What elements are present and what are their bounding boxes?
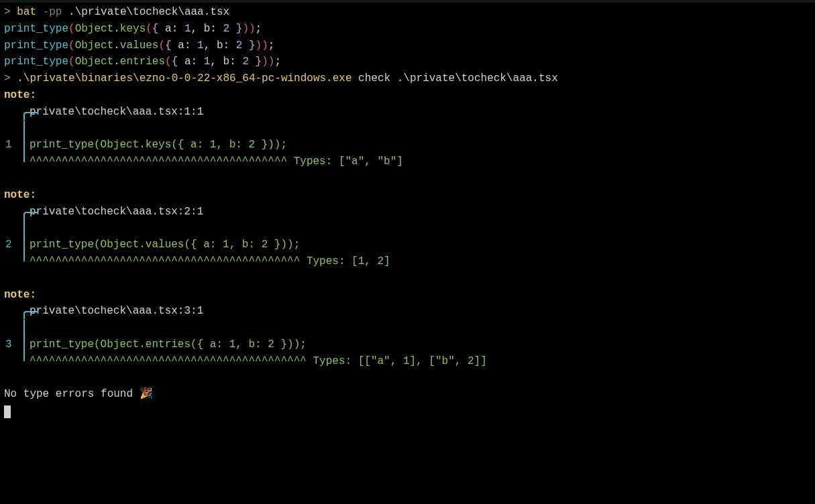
note-label-1: note: bbox=[4, 87, 811, 104]
line-number: 2 bbox=[5, 237, 12, 253]
types-value: [["a", 1], ["b", 2]] bbox=[358, 355, 487, 367]
footer-text: No type errors found bbox=[4, 388, 140, 400]
quoted-code: print_type(Object.values({ a: 1, b: 2 })… bbox=[30, 239, 300, 251]
object-ref: Object bbox=[75, 23, 114, 35]
fn-call: print_type bbox=[4, 56, 68, 68]
command-line-2[interactable]: > .\private\binaries\ezno-0-0-22-x86_64-… bbox=[4, 70, 811, 87]
paren-open: ( bbox=[68, 23, 75, 35]
val-1: 1 bbox=[184, 23, 191, 35]
command-line-1[interactable]: > bat -pp .\private\tocheck\aaa.tsx bbox=[4, 4, 811, 21]
method-entries: entries bbox=[120, 56, 165, 68]
line-number: 1 bbox=[5, 137, 12, 153]
types-label: Types: bbox=[313, 355, 351, 367]
source-line-1: print_type(Object.keys({ a: 1, b: 2 })); bbox=[4, 21, 811, 38]
dot: . bbox=[113, 23, 120, 35]
note-block-1: private\tocheck\aaa.tsx:1:1 1 print_type… bbox=[4, 104, 811, 170]
brace-open: { bbox=[152, 23, 159, 35]
paren-close: ) bbox=[242, 23, 249, 35]
method-values: values bbox=[120, 40, 159, 52]
cmd-bat: bat bbox=[17, 6, 36, 18]
path-arg-1: .\private\tocheck\aaa.tsx bbox=[68, 6, 229, 18]
types-value: [1, 2] bbox=[351, 255, 390, 267]
cursor-icon bbox=[4, 405, 11, 418]
fn-call: print_type bbox=[4, 40, 68, 52]
note-block-3: private\tocheck\aaa.tsx:3:1 3 print_type… bbox=[4, 303, 811, 369]
caret-underline: ^^^^^^^^^^^^^^^^^^^^^^^^^^^^^^^^^^^^^^^^… bbox=[30, 255, 300, 267]
semi: ; bbox=[256, 23, 262, 35]
note-block-2: private\tocheck\aaa.tsx:2:1 2 print_type… bbox=[4, 204, 811, 270]
prompt-icon: > bbox=[4, 72, 11, 84]
caret-underline: ^^^^^^^^^^^^^^^^^^^^^^^^^^^^^^^^^^^^^^^^ bbox=[30, 155, 287, 168]
blank-line bbox=[4, 270, 811, 287]
types-value: ["a", "b"] bbox=[339, 155, 403, 168]
val-2: 2 bbox=[223, 23, 230, 35]
note-label-2: note: bbox=[4, 187, 811, 204]
object-ref: Object bbox=[75, 40, 114, 52]
prompt-cursor-line[interactable] bbox=[4, 403, 811, 420]
source-location: private\tocheck\aaa.tsx:1:1 bbox=[30, 106, 203, 118]
paren-close: ) bbox=[249, 23, 256, 35]
note-label-3: note: bbox=[4, 287, 811, 304]
key-b: b bbox=[204, 23, 211, 35]
footer-line: No type errors found 🎉 bbox=[4, 386, 811, 403]
prompt-icon: > bbox=[4, 6, 11, 18]
object-ref: Object bbox=[75, 56, 114, 68]
method-keys: keys bbox=[120, 23, 146, 35]
line-number: 3 bbox=[5, 336, 12, 353]
source-line-2: print_type(Object.values({ a: 1, b: 2 })… bbox=[4, 38, 811, 54]
brace-close: } bbox=[236, 23, 243, 35]
types-label: Types: bbox=[307, 255, 345, 267]
flag-pp: -pp bbox=[43, 6, 62, 18]
blank-line bbox=[4, 370, 811, 387]
blank-line bbox=[4, 170, 811, 187]
path-arg-2: .\private\tocheck\aaa.tsx bbox=[397, 72, 558, 84]
subcommand-check: check bbox=[358, 72, 390, 84]
paren-open: ( bbox=[146, 23, 152, 35]
source-line-3: print_type(Object.entries({ a: 1, b: 2 }… bbox=[4, 54, 811, 70]
source-location: private\tocheck\aaa.tsx:2:1 bbox=[30, 206, 203, 218]
source-location: private\tocheck\aaa.tsx:3:1 bbox=[30, 305, 203, 317]
quoted-code: print_type(Object.entries({ a: 1, b: 2 }… bbox=[30, 338, 307, 351]
cmd-ezno: .\private\binaries\ezno-0-0-22-x86_64-pc… bbox=[17, 72, 351, 84]
party-popper-icon: 🎉 bbox=[140, 388, 153, 400]
caret-underline: ^^^^^^^^^^^^^^^^^^^^^^^^^^^^^^^^^^^^^^^^… bbox=[30, 355, 307, 367]
key-a: a bbox=[165, 23, 172, 35]
fn-call: print_type bbox=[4, 23, 68, 35]
types-label: Types: bbox=[294, 155, 333, 168]
window-titlebar bbox=[0, 0, 815, 3]
quoted-code: print_type(Object.keys({ a: 1, b: 2 })); bbox=[30, 139, 287, 151]
